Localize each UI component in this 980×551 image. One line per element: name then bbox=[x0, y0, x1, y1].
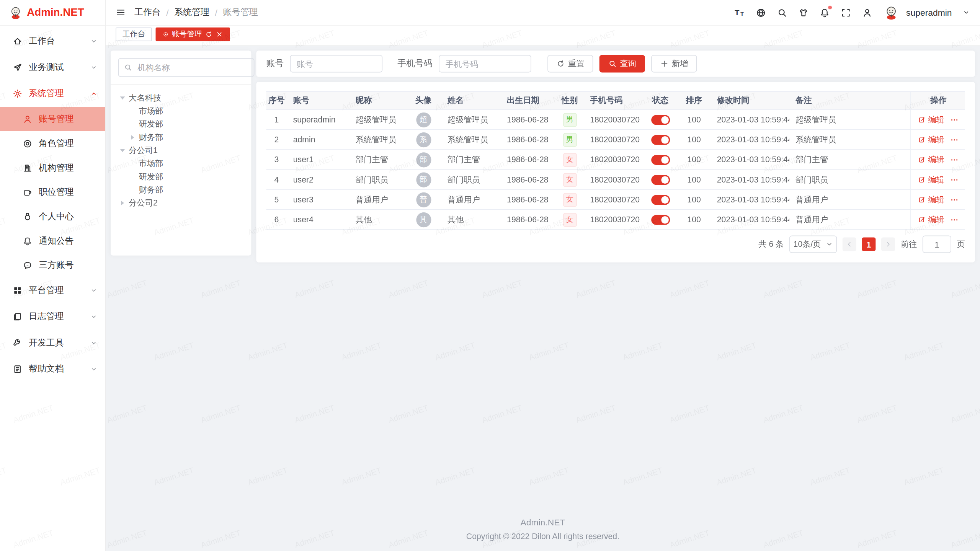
edit-button[interactable]: 编辑 bbox=[918, 154, 944, 165]
row-more-button[interactable] bbox=[950, 155, 959, 164]
sidebar-item-label: 工作台 bbox=[29, 36, 84, 47]
edit-button[interactable]: 编辑 bbox=[918, 174, 944, 185]
user-avatar[interactable] bbox=[883, 4, 899, 20]
sidebar-item-profile[interactable]: 个人中心 bbox=[0, 204, 105, 229]
caret-right-icon[interactable] bbox=[128, 133, 137, 142]
goto-page-input[interactable] bbox=[923, 236, 951, 253]
avatar: 其 bbox=[416, 212, 431, 227]
sidebar-item-account[interactable]: 账号管理 bbox=[0, 107, 105, 131]
app-logo[interactable]: Admin.NET bbox=[0, 0, 105, 26]
cell-nickname: 普通用户 bbox=[350, 190, 406, 209]
row-more-button[interactable] bbox=[950, 215, 959, 224]
cell-status bbox=[643, 110, 678, 129]
caret-right-icon[interactable] bbox=[118, 198, 127, 207]
page-1-button[interactable]: 1 bbox=[862, 237, 875, 251]
tab-account-manage[interactable]: 账号管理 bbox=[156, 27, 230, 41]
add-button[interactable]: 新增 bbox=[651, 55, 697, 73]
tree-node[interactable]: 大名科技 bbox=[118, 91, 244, 104]
tree-node[interactable]: 分公司1 bbox=[118, 144, 244, 157]
edit-button[interactable]: 编辑 bbox=[918, 134, 944, 145]
prev-page-button[interactable] bbox=[843, 237, 856, 251]
tab-close-icon[interactable] bbox=[216, 30, 223, 38]
phone-input[interactable] bbox=[439, 55, 531, 73]
search-button[interactable]: 查询 bbox=[599, 55, 645, 73]
breadcrumb-item[interactable]: 系统管理 bbox=[174, 7, 209, 18]
cell-op: 编辑 bbox=[910, 210, 966, 230]
cell-nickname: 部门职员 bbox=[350, 170, 406, 189]
tree-node[interactable]: 市场部 bbox=[118, 104, 244, 117]
accounts-table: 序号账号昵称头像姓名出生日期性别手机号码状态排序修改时间备注操作1superad… bbox=[266, 91, 965, 230]
profile-icon[interactable] bbox=[862, 7, 872, 18]
cell-no: 5 bbox=[266, 190, 287, 209]
fullscreen-icon[interactable] bbox=[841, 7, 851, 18]
sidebar-item-system[interactable]: 系统管理 bbox=[0, 81, 105, 107]
cell-nickname: 超级管理员 bbox=[350, 110, 406, 129]
org-name-input[interactable] bbox=[136, 62, 249, 73]
sidebar-item-org[interactable]: 机构管理 bbox=[0, 156, 105, 180]
cell-phone: 18020030720 bbox=[584, 150, 643, 170]
sidebar-item-log[interactable]: 日志管理 bbox=[0, 303, 105, 330]
status-toggle[interactable] bbox=[651, 215, 670, 225]
sidebar-item-role[interactable]: 角色管理 bbox=[0, 131, 105, 156]
edit-button[interactable]: 编辑 bbox=[918, 194, 944, 205]
caret-spacer bbox=[128, 120, 137, 129]
status-toggle[interactable] bbox=[651, 115, 670, 125]
page-unit: 页 bbox=[957, 239, 965, 250]
sidebar-item-label: 系统管理 bbox=[29, 88, 84, 99]
tab-workbench[interactable]: 工作台 bbox=[116, 27, 152, 41]
org-search-bar bbox=[118, 58, 244, 77]
column-header-name: 姓名 bbox=[441, 92, 501, 109]
global-search-icon[interactable] bbox=[777, 7, 787, 18]
cell-birth: 1986-06-28 bbox=[501, 170, 556, 189]
font-size-icon[interactable]: TT bbox=[734, 7, 745, 18]
username[interactable]: superadmin bbox=[906, 8, 952, 18]
edit-button[interactable]: 编辑 bbox=[918, 114, 944, 125]
row-more-button[interactable] bbox=[950, 175, 959, 184]
tree-node[interactable]: 市场部 bbox=[118, 157, 244, 170]
tree-node[interactable]: 研发部 bbox=[118, 170, 244, 183]
sidebar-item-help[interactable]: 帮助文档 bbox=[0, 356, 105, 383]
row-more-button[interactable] bbox=[950, 135, 959, 144]
sidebar-item-platform[interactable]: 平台管理 bbox=[0, 277, 105, 304]
content-area: 大名科技市场部研发部财务部分公司1市场部研发部财务部分公司2 账号 手机号码 重… bbox=[106, 46, 980, 517]
right-column: 账号 手机号码 重置 查询 新增 bbox=[256, 51, 975, 262]
next-page-button[interactable] bbox=[881, 237, 895, 251]
tree-node[interactable]: 分公司2 bbox=[118, 196, 244, 209]
cell-birth: 1986-06-28 bbox=[501, 190, 556, 209]
status-toggle[interactable] bbox=[651, 174, 670, 184]
account-input[interactable] bbox=[290, 55, 383, 73]
cell-time: 2023-01-03 10:59:44 bbox=[710, 130, 789, 150]
sidebar-item-biz-test[interactable]: 业务测试 bbox=[0, 54, 105, 81]
sidebar-item-notice[interactable]: 通知公告 bbox=[0, 229, 105, 253]
gender-badge: 女 bbox=[563, 173, 577, 186]
theme-icon[interactable] bbox=[798, 7, 809, 18]
row-more-button[interactable] bbox=[950, 115, 959, 124]
tree-node[interactable]: 财务部 bbox=[118, 183, 244, 196]
sidebar-item-devtools[interactable]: 开发工具 bbox=[0, 330, 105, 356]
sidebar-item-position[interactable]: 职位管理 bbox=[0, 180, 105, 204]
edit-icon bbox=[918, 116, 926, 124]
chevron-down-icon[interactable] bbox=[962, 9, 970, 16]
sidebar-item-label: 平台管理 bbox=[29, 285, 84, 296]
table-row: 2admin系统管理员系系统管理员1986-06-28男180200307201… bbox=[266, 130, 965, 150]
status-toggle[interactable] bbox=[651, 155, 670, 165]
tab-refresh-icon[interactable] bbox=[205, 30, 213, 38]
caret-down-icon[interactable] bbox=[118, 93, 127, 102]
language-icon[interactable] bbox=[756, 7, 766, 18]
status-toggle[interactable] bbox=[651, 195, 670, 205]
status-toggle[interactable] bbox=[651, 135, 670, 145]
row-more-button[interactable] bbox=[950, 195, 959, 204]
grid-icon bbox=[13, 285, 23, 295]
collapse-menu-icon[interactable] bbox=[116, 8, 126, 18]
breadcrumb-item[interactable]: 工作台 bbox=[134, 7, 161, 18]
tree-node[interactable]: 财务部 bbox=[118, 130, 244, 143]
sidebar-item-workbench[interactable]: 工作台 bbox=[0, 28, 105, 54]
sidebar-item-third-account[interactable]: 三方账号 bbox=[0, 253, 105, 277]
page-size-select[interactable]: 10条/页 bbox=[789, 236, 837, 253]
notification-bell-icon[interactable] bbox=[819, 7, 830, 18]
caret-down-icon[interactable] bbox=[118, 146, 127, 155]
tree-node[interactable]: 研发部 bbox=[118, 117, 244, 130]
edit-button[interactable]: 编辑 bbox=[918, 214, 944, 225]
reset-button[interactable]: 重置 bbox=[547, 55, 593, 73]
footer-copyright: Copyright © 2022 Dilon All rights reserv… bbox=[106, 531, 980, 541]
